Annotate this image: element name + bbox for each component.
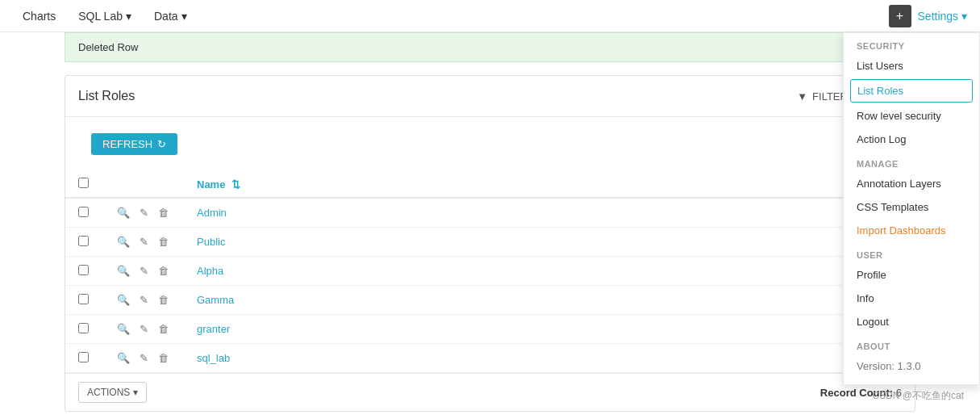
edit-icon-5[interactable]: ✎: [137, 321, 151, 337]
refresh-label: REFRESH: [102, 138, 152, 150]
search-icon-5[interactable]: 🔍: [115, 321, 132, 337]
role-name-5[interactable]: granter: [197, 323, 230, 335]
row-actions-6: 🔍 ✎ 🗑: [115, 350, 171, 366]
row-checkbox-6[interactable]: [78, 352, 89, 362]
menu-item-css-templates[interactable]: CSS Templates: [844, 195, 979, 219]
data-label: Data: [154, 10, 178, 23]
role-name-cell-4: Gamma: [184, 286, 915, 315]
delete-icon-5[interactable]: 🗑: [156, 321, 171, 337]
security-section-label: Security: [844, 33, 979, 54]
page-content: Deleted Row List Roles ▼ FILTER LIST + R…: [0, 32, 980, 412]
version-label: Version: 1.3.0: [844, 354, 979, 378]
role-name-6[interactable]: sql_lab: [197, 352, 230, 364]
list-roles-title: List Roles: [78, 89, 135, 103]
watermark-text: CSDN @不吃鱼的cat: [872, 390, 964, 401]
refresh-button[interactable]: REFRESH ↻: [91, 133, 177, 155]
role-name-cell-1: Admin: [184, 198, 915, 228]
refresh-container: REFRESH ↻: [65, 117, 915, 171]
search-icon-1[interactable]: 🔍: [115, 205, 132, 220]
th-name: Name ⇅: [184, 171, 915, 198]
row-actions-4: 🔍 ✎ 🗑: [115, 292, 171, 308]
row-select-cell: [65, 228, 102, 257]
actions-chevron-icon: ▾: [133, 387, 138, 398]
charts-nav[interactable]: Charts: [13, 0, 65, 32]
search-icon-6[interactable]: 🔍: [115, 350, 132, 366]
search-icon-4[interactable]: 🔍: [115, 292, 132, 308]
menu-item-action-log[interactable]: Action Log: [844, 128, 979, 151]
th-actions: [102, 171, 184, 198]
table-body: 🔍 ✎ 🗑 Admin 🔍 ✎ 🗑: [65, 198, 915, 373]
settings-label: Settings ▾: [918, 10, 967, 23]
row-checkbox-2[interactable]: [78, 236, 89, 246]
menu-item-annotation-layers[interactable]: Annotation Layers: [844, 172, 979, 195]
row-actions-2: 🔍 ✎ 🗑: [115, 234, 171, 249]
sqllab-nav[interactable]: SQL Lab ▾: [69, 0, 141, 32]
row-select-cell: [65, 198, 102, 228]
row-checkbox-4[interactable]: [78, 294, 89, 304]
menu-item-list-roles[interactable]: List Roles: [850, 79, 973, 103]
menu-item-logout[interactable]: Logout: [844, 310, 979, 333]
delete-icon-4[interactable]: 🗑: [156, 292, 171, 308]
data-nav[interactable]: Data ▾: [144, 0, 197, 32]
role-name-1[interactable]: Admin: [197, 207, 227, 219]
user-section-label: User: [844, 242, 979, 263]
row-select-cell: [65, 344, 102, 373]
row-actions-5: 🔍 ✎ 🗑: [115, 321, 171, 337]
role-name-cell-3: Alpha: [184, 257, 915, 286]
menu-item-info[interactable]: Info: [844, 287, 979, 310]
row-checkbox-5[interactable]: [78, 323, 89, 333]
delete-icon-3[interactable]: 🗑: [156, 263, 171, 279]
deleted-row-banner: Deleted Row: [65, 32, 915, 62]
filter-icon: ▼: [797, 90, 807, 103]
edit-icon-2[interactable]: ✎: [137, 234, 151, 249]
select-all-checkbox[interactable]: [78, 178, 89, 188]
name-sort-icon[interactable]: ⇅: [231, 178, 240, 191]
menu-item-profile[interactable]: Profile: [844, 263, 979, 287]
search-icon-2[interactable]: 🔍: [115, 234, 132, 249]
refresh-icon: ↻: [157, 138, 166, 150]
edit-icon-3[interactable]: ✎: [137, 263, 151, 279]
data-chevron: ▾: [181, 10, 187, 23]
role-name-4[interactable]: Gamma: [197, 294, 234, 306]
role-name-cell-6: sql_lab: [184, 344, 915, 373]
about-section-label: About: [844, 333, 979, 354]
settings-button[interactable]: Settings ▾: [918, 10, 967, 23]
list-roles-footer: ACTIONS ▾ Record Count: 6: [65, 373, 915, 411]
list-roles-card: List Roles ▼ FILTER LIST + REFRESH ↻: [65, 75, 915, 412]
row-select-cell: [65, 315, 102, 344]
row-checkbox-3[interactable]: [78, 265, 89, 275]
search-icon-3[interactable]: 🔍: [115, 263, 132, 279]
edit-icon-1[interactable]: ✎: [137, 205, 151, 220]
nav-right: + Settings ▾: [889, 5, 967, 27]
role-name-3[interactable]: Alpha: [197, 265, 223, 277]
delete-icon-2[interactable]: 🗑: [156, 234, 171, 249]
table-row: 🔍 ✎ 🗑 Public: [65, 228, 915, 257]
table-row: 🔍 ✎ 🗑 sql_lab: [65, 344, 915, 373]
delete-icon-6[interactable]: 🗑: [156, 350, 171, 366]
role-name-cell-5: granter: [184, 315, 915, 344]
row-checkbox-1[interactable]: [78, 207, 89, 217]
actions-dropdown[interactable]: ACTIONS ▾: [78, 382, 147, 403]
plus-button[interactable]: +: [889, 5, 911, 27]
top-nav: Charts SQL Lab ▾ Data ▾ + Settings ▾: [0, 0, 980, 32]
delete-icon-1[interactable]: 🗑: [156, 205, 171, 220]
table-row: 🔍 ✎ 🗑 granter: [65, 315, 915, 344]
th-select-all: [65, 171, 102, 198]
charts-label: Charts: [23, 10, 56, 23]
edit-icon-4[interactable]: ✎: [137, 292, 151, 308]
row-actions-cell: 🔍 ✎ 🗑: [102, 228, 184, 257]
table-row: 🔍 ✎ 🗑 Gamma: [65, 286, 915, 315]
list-roles-header: List Roles ▼ FILTER LIST +: [65, 76, 915, 117]
settings-dropdown-menu: Security List Users List Roles Row level…: [843, 32, 980, 385]
roles-table: Name ⇅ 🔍 ✎ 🗑 Admin: [65, 171, 915, 373]
menu-item-row-level-security[interactable]: Row level security: [844, 104, 979, 128]
menu-item-import-dashboards[interactable]: Import Dashboards: [844, 219, 979, 242]
menu-item-list-users[interactable]: List Users: [844, 54, 979, 78]
watermark: CSDN @不吃鱼的cat: [872, 389, 964, 403]
sqllab-chevron: ▾: [126, 10, 131, 23]
role-name-2[interactable]: Public: [197, 236, 225, 248]
plus-label: +: [896, 9, 903, 23]
manage-section-label: Manage: [844, 151, 979, 172]
th-name-label: Name: [197, 178, 225, 191]
edit-icon-6[interactable]: ✎: [137, 350, 151, 366]
